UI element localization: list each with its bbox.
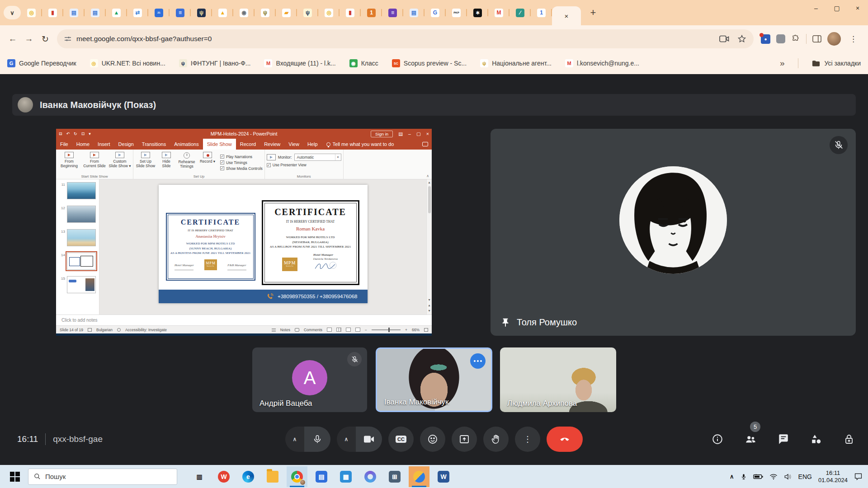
ppt-quick-access-toolbar[interactable]: ⊟↶↻⊡▾ <box>59 131 91 136</box>
ppt-tab-insert[interactable]: Insert <box>94 139 114 150</box>
site-settings-icon[interactable] <box>64 35 71 42</box>
slide-thumbnail-14[interactable] <box>67 253 96 270</box>
tab-google-drive-2[interactable]: ▲ <box>212 0 233 25</box>
side-panel-icon[interactable] <box>812 35 821 43</box>
tab-thermometer-2[interactable]: ▮ <box>340 0 361 25</box>
tray-mic-icon[interactable] <box>741 473 747 481</box>
from-current-slide-button[interactable]: From Current Slide <box>83 151 106 174</box>
tray-chevron-icon[interactable]: ∧ <box>730 473 734 480</box>
mic-options-chevron[interactable]: ∧ <box>285 427 304 452</box>
checkbox-checked-icon[interactable]: ✓ <box>220 155 224 159</box>
from-beginning-button[interactable]: From Beginning <box>58 151 80 174</box>
ppt-tab-transitions[interactable]: Transitions <box>138 139 170 150</box>
tab-google-translate[interactable]: G <box>425 0 446 25</box>
url-text[interactable]: meet.google.com/qxx-bbsf-gae?authuser=0 <box>76 35 212 43</box>
proxy-extension-icon[interactable]: ● <box>761 34 770 44</box>
window-close-button[interactable]: × <box>847 0 868 16</box>
normal-view-icon[interactable] <box>327 328 332 332</box>
gray-extension-icon[interactable] <box>776 34 785 43</box>
use-timings-checkbox[interactable]: ✓Use Timings <box>220 160 263 165</box>
ppt-maximize-button[interactable]: ▢ <box>416 131 421 136</box>
tab-calendar-1[interactable]: 1 <box>531 0 552 25</box>
reactions-button[interactable] <box>420 427 445 452</box>
participants-button[interactable]: 5 <box>744 433 757 445</box>
tray-wifi-icon[interactable] <box>769 474 778 480</box>
all-bookmarks-button[interactable]: Усі закладки <box>812 60 861 67</box>
scroll-down-icon[interactable]: ▾ <box>428 298 430 302</box>
tab-search-button[interactable]: ∨ <box>4 6 21 19</box>
tab-chrome-page[interactable]: ◉ <box>233 0 255 25</box>
tray-battery-icon[interactable] <box>753 474 763 480</box>
taskbar-app-edge[interactable]: e <box>238 466 259 487</box>
presenter-view-checkbox[interactable]: ✓Use Presenter View <box>267 163 341 167</box>
tab-google-drive[interactable]: ▲ <box>106 0 127 25</box>
redo-icon[interactable]: ↻ <box>74 131 77 136</box>
tab-doc-clip-3[interactable]: ▤ <box>403 0 425 25</box>
tab-pkp[interactable]: PKP <box>446 0 467 25</box>
address-bar[interactable]: meet.google.com/qxx-bbsf-gae?authuser=0 <box>57 29 754 48</box>
mic-button[interactable] <box>304 427 330 452</box>
more-options-button[interactable]: ⋮ <box>515 427 540 452</box>
reload-button[interactable]: ↻ <box>37 31 53 47</box>
end-call-button[interactable] <box>547 427 583 452</box>
tab-un-site-2[interactable]: ◎ <box>318 0 340 25</box>
bookmark-ifntung[interactable]: ψІФНТУНГ | Івано-Ф... <box>179 59 251 67</box>
tab-un-site[interactable]: ◎ <box>21 0 42 25</box>
previous-slide-icon[interactable]: ▴ <box>428 303 430 307</box>
show-media-controls-checkbox[interactable]: ✓Show Media Controls <box>220 166 263 171</box>
collapse-ribbon-icon[interactable]: ∧ <box>424 174 432 179</box>
scroll-up-icon[interactable]: ▴ <box>428 180 430 184</box>
start-button[interactable] <box>10 472 20 482</box>
camera-tab-icon[interactable] <box>719 35 729 42</box>
mic-control[interactable]: ∧ <box>285 427 330 452</box>
zoom-slider[interactable] <box>372 329 401 330</box>
profile-avatar[interactable] <box>827 32 841 46</box>
present-button[interactable] <box>452 427 477 452</box>
dropdown-arrow-icon[interactable]: ▾ <box>335 154 341 160</box>
taskbar-app-calendar-app[interactable]: ▦ <box>335 466 356 487</box>
tab-chatgpt[interactable]: ∗ <box>467 0 488 25</box>
ppt-tab-file[interactable]: File <box>56 139 72 150</box>
new-tab-button[interactable]: + <box>585 5 601 20</box>
host-controls-button[interactable] <box>844 433 854 445</box>
ppt-tab-slide-show[interactable]: Slide Show <box>203 139 236 150</box>
notification-center-icon[interactable] <box>854 473 863 480</box>
comments-button[interactable]: Comments <box>304 328 322 332</box>
fit-slide-icon[interactable] <box>424 328 428 332</box>
participant-tile[interactable]: Людмила Архипова <box>500 347 616 412</box>
checkbox-checked-icon[interactable]: ✓ <box>267 163 271 167</box>
chat-button[interactable] <box>778 433 789 445</box>
ppt-scrollbar[interactable]: ▴ ▾ ▴ ▾ <box>426 179 432 314</box>
slide-sorter-icon[interactable] <box>336 328 341 332</box>
ppt-slide-panel[interactable]: 1112131415 <box>56 179 99 314</box>
ppt-sign-in-button[interactable]: Sign in <box>371 131 393 137</box>
raise-hand-button[interactable] <box>483 427 509 452</box>
tile-options-button[interactable] <box>470 353 486 369</box>
tab-orange-chart[interactable]: ▰ <box>276 0 297 25</box>
ppt-slide-canvas[interactable]: CERTIFICATE IT IS HEREBY CERTIFIED THAT … <box>99 179 426 314</box>
slideshow-icon[interactable]: ⊡ <box>81 131 85 136</box>
back-button[interactable]: ← <box>5 31 21 47</box>
bookmark-scopus[interactable]: SCScopus preview - Sc... <box>392 59 467 67</box>
slide-thumbnail-15[interactable] <box>67 276 96 293</box>
slide-thumbnail-13[interactable] <box>67 229 96 246</box>
tab-emblem-dark[interactable]: ψ <box>297 0 318 25</box>
meeting-details-button[interactable] <box>712 433 723 445</box>
checkbox-checked-icon[interactable]: ✓ <box>220 166 224 170</box>
shared-screen-powerpoint[interactable]: ⊟↶↻⊡▾ MPM-Hotels-2024 - PowerPoint Sign … <box>56 129 432 336</box>
ppt-tab-review[interactable]: Review <box>260 139 284 150</box>
bookmark-star-icon[interactable] <box>737 34 746 43</box>
next-slide-icon[interactable]: ▾ <box>428 309 430 313</box>
rehearse-timings-button[interactable]: Rehearse Timings <box>177 151 197 174</box>
ppt-tab-design[interactable]: Design <box>114 139 138 150</box>
activities-button[interactable] <box>810 433 823 445</box>
bookmark-google-translate[interactable]: GGoogle Переводчик <box>7 59 76 67</box>
notes-button[interactable]: Notes <box>280 328 290 332</box>
taskbar-app-file-explorer[interactable] <box>262 466 283 487</box>
tab-trident-emblem[interactable]: ψ <box>255 0 276 25</box>
extensions-puzzle-icon[interactable] <box>791 34 800 43</box>
hide-slide-button[interactable]: Hide Slide <box>159 151 174 174</box>
checkbox-checked-icon[interactable]: ✓ <box>220 160 224 164</box>
zoom-level[interactable]: 66% <box>412 328 420 332</box>
taskbar-app-task-view[interactable]: ▥ <box>189 466 210 487</box>
